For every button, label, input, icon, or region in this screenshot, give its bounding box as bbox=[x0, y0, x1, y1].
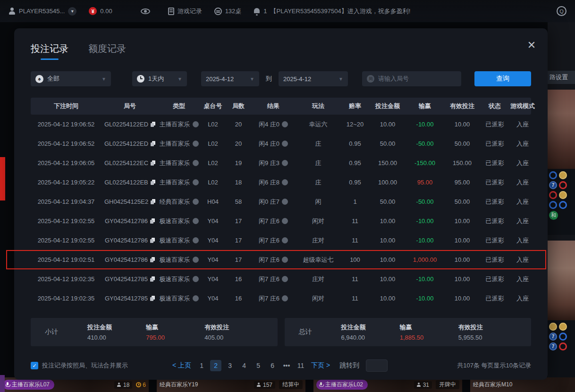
info-icon[interactable] bbox=[193, 141, 199, 147]
table-row[interactable]: 2025-04-12 19:06:52 GL02254122ED 主播百家乐 L… bbox=[31, 115, 531, 134]
date-to-select[interactable]: 2025-4-12 ▼ bbox=[279, 71, 348, 86]
table-row[interactable]: 2025-04-12 19:02:55 GY0425412786 极速百家乐 Y… bbox=[31, 231, 531, 250]
game-records-label: 游戏记录 bbox=[178, 7, 202, 16]
page-number[interactable]: 4 bbox=[238, 360, 250, 371]
info-icon[interactable] bbox=[193, 160, 199, 166]
viewer-count: 31 bbox=[414, 381, 432, 389]
table-header-cell: 桌台号 bbox=[200, 102, 226, 110]
table-row[interactable]: 2025-04-12 19:06:52 GL02254122ED 主播百家乐 L… bbox=[31, 134, 531, 153]
table-row[interactable]: 2025-04-12 19:02:35 GY0425412785 极速百家乐 Y… bbox=[31, 289, 531, 308]
coin-icon: ¥ bbox=[89, 7, 97, 15]
copy-icon[interactable] bbox=[151, 180, 155, 185]
game-records-button[interactable]: 游戏记录 bbox=[168, 7, 202, 16]
table-row[interactable]: 2025-04-12 19:02:51 GY0425412786 极速百家乐 Y… bbox=[31, 250, 531, 269]
table-row[interactable]: 2025-04-12 19:02:55 GY0425412786 极速百家乐 Y… bbox=[31, 211, 531, 231]
copy-icon[interactable] bbox=[150, 257, 155, 262]
checkbox-checked-icon[interactable]: ✓ bbox=[31, 362, 38, 369]
time-range-select[interactable]: 1天内 ▼ bbox=[132, 71, 187, 86]
road-settings-button[interactable]: 路设置 bbox=[548, 71, 575, 84]
jump-label: 跳转到 bbox=[339, 361, 359, 370]
copy-icon[interactable] bbox=[150, 238, 155, 243]
result-info-icon[interactable] bbox=[282, 160, 288, 166]
toggle-balance[interactable] bbox=[141, 8, 150, 14]
close-icon[interactable]: ✕ bbox=[526, 40, 537, 51]
result-info-icon[interactable] bbox=[282, 179, 288, 185]
prev-page-button[interactable]: < 上页 bbox=[170, 360, 193, 371]
dealer-video-thumbnail[interactable] bbox=[548, 90, 575, 169]
round-placeholder: 请输入局号 bbox=[378, 75, 409, 83]
result-info-icon[interactable] bbox=[282, 276, 288, 282]
info-icon[interactable] bbox=[193, 121, 199, 127]
merge-checkbox-group[interactable]: ✓ 投注记录按照局、玩法合并展示 bbox=[31, 361, 128, 370]
chevron-down-icon[interactable]: ▾ bbox=[68, 7, 76, 16]
game-type-select[interactable]: ♠ 全部 ▼ bbox=[31, 71, 111, 86]
info-icon[interactable] bbox=[193, 276, 199, 282]
pagination: < 上页 123456•••11 下页 > 跳转到 bbox=[170, 359, 388, 372]
viewer-count: 18 bbox=[114, 381, 132, 389]
subtotal-label: 小计 bbox=[45, 328, 87, 336]
bead-banker bbox=[559, 333, 567, 341]
result-info-icon[interactable] bbox=[282, 218, 288, 224]
table-row[interactable]: 2025-04-12 19:05:22 GL02254122EB 主播百家乐 L… bbox=[31, 173, 531, 192]
result-info-icon[interactable] bbox=[282, 237, 288, 243]
date-from-select[interactable]: 2025-4-12 ▼ bbox=[201, 71, 259, 86]
copy-icon[interactable] bbox=[150, 218, 155, 224]
copy-icon[interactable] bbox=[150, 296, 155, 301]
table-row[interactable]: 2025-04-12 19:02:35 GY0425412785 极速百家乐 Y… bbox=[31, 269, 531, 289]
table-header-cell: 局号 bbox=[101, 102, 158, 110]
result-info-icon[interactable] bbox=[282, 257, 288, 263]
query-button[interactable]: 查询 bbox=[474, 71, 531, 86]
left-red-strip bbox=[0, 157, 5, 200]
table-header-cell: 局数 bbox=[226, 102, 251, 110]
info-icon[interactable] bbox=[193, 199, 199, 205]
info-icon[interactable] bbox=[193, 257, 199, 263]
page-number[interactable]: 11 bbox=[295, 360, 306, 371]
info-icon[interactable] bbox=[193, 237, 199, 243]
page-number[interactable]: 1 bbox=[196, 360, 207, 371]
game-type-value: 全部 bbox=[47, 75, 59, 83]
info-icon[interactable] bbox=[193, 179, 199, 185]
page-number[interactable]: 5 bbox=[253, 360, 264, 371]
date-from-value: 2025-4-12 bbox=[206, 75, 234, 83]
caret-down-icon: ▼ bbox=[101, 76, 106, 82]
copy-icon[interactable] bbox=[151, 199, 155, 204]
total-winloss-label: 输赢 bbox=[400, 323, 458, 332]
countdown-timer: 6 bbox=[136, 382, 146, 388]
page-number[interactable]: ••• bbox=[281, 360, 292, 371]
bead-player bbox=[559, 342, 567, 350]
result-info-icon[interactable] bbox=[282, 121, 288, 127]
info-icon[interactable] bbox=[193, 218, 199, 224]
stream-status: 结算中 bbox=[279, 380, 303, 389]
copy-icon[interactable] bbox=[151, 122, 155, 127]
result-info-icon[interactable] bbox=[282, 199, 288, 205]
announce-count: 1 bbox=[263, 8, 267, 15]
merge-checkbox-label: 投注记录按照局、玩法合并展示 bbox=[42, 361, 128, 370]
tab-bet-records[interactable]: 投注记录 bbox=[31, 42, 68, 60]
service-icon[interactable]: Q bbox=[557, 6, 567, 16]
info-icon[interactable] bbox=[193, 295, 199, 301]
bead-player bbox=[559, 181, 567, 189]
dealer-video-thumbnail[interactable] bbox=[548, 241, 575, 320]
tie-badge: 和 bbox=[549, 211, 558, 220]
tables-button[interactable]: 132桌 bbox=[214, 7, 242, 16]
table-row[interactable]: 2025-04-12 19:04:37 GH04254125E2 经典百家乐 H… bbox=[31, 192, 531, 211]
result-info-icon[interactable] bbox=[282, 295, 288, 301]
page-number[interactable]: 3 bbox=[224, 360, 236, 371]
table-body: 2025-04-12 19:06:52 GL02254122ED 主播百家乐 L… bbox=[31, 115, 531, 308]
table-row[interactable]: 2025-04-12 19:06:05 GL02254122EC 主播百家乐 L… bbox=[31, 153, 531, 173]
total-box: 总计 投注金额 6,940.00 输赢 1,885.50 有效投注 5,955.… bbox=[285, 318, 532, 346]
next-page-button[interactable]: 下页 > bbox=[309, 360, 332, 371]
modal-footer: ✓ 投注记录按照局、玩法合并展示 < 上页 123456•••11 下页 > 跳… bbox=[31, 359, 531, 372]
result-info-icon[interactable] bbox=[282, 141, 288, 147]
balance-value: 0.00 bbox=[100, 8, 112, 15]
page-number[interactable]: 6 bbox=[267, 360, 278, 371]
bead-gold bbox=[559, 323, 567, 331]
page-number[interactable]: 2 bbox=[210, 360, 221, 371]
round-search-input[interactable]: 局 请输入局号 bbox=[362, 71, 461, 86]
jump-page-input[interactable] bbox=[366, 359, 388, 372]
copy-icon[interactable] bbox=[151, 141, 155, 146]
tab-quota-records[interactable]: 额度记录 bbox=[88, 42, 126, 60]
copy-icon[interactable] bbox=[150, 276, 155, 282]
account-menu[interactable]: PLAYER53545... ▾ bbox=[8, 7, 76, 16]
copy-icon[interactable] bbox=[151, 160, 155, 166]
